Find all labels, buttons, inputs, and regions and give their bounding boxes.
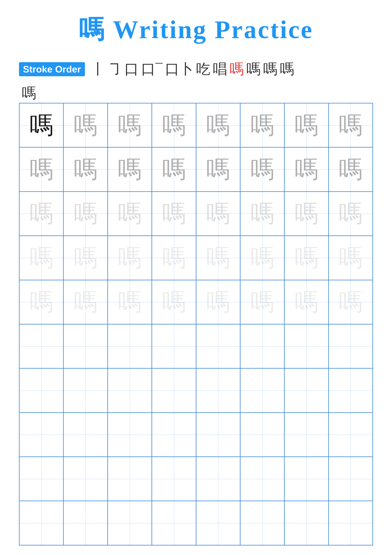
stroke-step-3: 口 (124, 59, 139, 79)
grid-cell[interactable] (19, 457, 64, 501)
grid-cell[interactable] (240, 501, 284, 545)
grid-cell[interactable] (19, 501, 64, 545)
grid-cell[interactable] (196, 457, 240, 501)
grid-cell: 嗎 (196, 147, 240, 191)
grid-cell: 嗎 (64, 192, 107, 236)
grid-cell[interactable] (64, 368, 107, 412)
grid-cell: 嗎 (196, 192, 240, 236)
grid-cell: 嗎 (284, 147, 328, 191)
grid-cell: 嗎 (152, 280, 196, 324)
grid-cell: 嗎 (328, 103, 373, 147)
grid-cell[interactable] (64, 501, 107, 545)
grid-cell[interactable] (19, 413, 64, 457)
grid-row-5: 嗎 嗎 嗎 嗎 嗎 嗎 嗎 嗎 (19, 280, 373, 324)
grid-cell[interactable] (196, 368, 240, 412)
grid-row-9 (19, 457, 373, 501)
grid-cell[interactable] (328, 501, 373, 545)
stroke-step-2: ㇆ (108, 59, 122, 79)
grid-cell: 嗎 (19, 147, 64, 191)
grid-cell[interactable] (240, 324, 284, 368)
grid-cell: 嗎 (196, 236, 240, 280)
grid-cell[interactable] (328, 457, 373, 501)
grid-cell[interactable] (240, 457, 284, 501)
grid-cell: 嗎 (240, 147, 284, 191)
grid-cell[interactable] (328, 368, 373, 412)
grid-cell[interactable] (19, 324, 64, 368)
grid-cell: 嗎 (152, 103, 196, 147)
grid-row-6 (19, 324, 373, 368)
grid-cell[interactable] (328, 413, 373, 457)
grid-cell: 嗎 (152, 192, 196, 236)
grid-cell: 嗎 (19, 192, 64, 236)
grid-cell: 嗎 (328, 192, 373, 236)
grid-cell: 嗎 (108, 280, 152, 324)
grid-cell[interactable] (108, 368, 152, 412)
grid-cell: 嗎 (108, 236, 152, 280)
stroke-step-7: 唱 (213, 59, 227, 79)
grid-cell[interactable] (64, 324, 107, 368)
grid-cell[interactable] (284, 501, 328, 545)
grid-cell: 嗎 (328, 280, 373, 324)
grid-cell[interactable] (64, 457, 107, 501)
grid-row-2: 嗎 嗎 嗎 嗎 嗎 嗎 嗎 嗎 (19, 147, 373, 191)
grid-cell[interactable] (152, 501, 196, 545)
grid-cell: 嗎 (152, 147, 196, 191)
grid-cell[interactable] (196, 501, 240, 545)
grid-cell[interactable] (284, 413, 328, 457)
footer: https://www.strokeorder.com/chinese/嗎 字 … (19, 546, 373, 555)
grid-cell[interactable] (196, 413, 240, 457)
grid-cell: 嗎 (196, 103, 240, 147)
grid-cell[interactable] (284, 368, 328, 412)
grid-cell: 嗎 (19, 236, 64, 280)
grid-cell: 嗎 (328, 147, 373, 191)
grid-cell: 嗎 (240, 236, 284, 280)
grid-cell: 嗎 (284, 236, 328, 280)
grid-cell[interactable] (196, 324, 240, 368)
grid-row-10 (19, 501, 373, 545)
stroke-order-section: Stroke Order 丨 ㇆ 口 口¯ 口卜 吃 唱 嗎 嗎 嗎 嗎 (19, 59, 373, 79)
page: 嗎 Writing Practice Stroke Order 丨 ㇆ 口 口¯… (0, 0, 392, 555)
grid-cell: 嗎 (64, 280, 107, 324)
grid-cell: 嗎 (284, 103, 328, 147)
grid-cell[interactable] (108, 501, 152, 545)
grid-cell: 嗎 (19, 280, 64, 324)
grid-cell[interactable] (108, 324, 152, 368)
stroke-step-9: 嗎 (246, 59, 261, 79)
grid-cell[interactable] (284, 457, 328, 501)
grid-cell[interactable] (240, 413, 284, 457)
stroke-step-8: 嗎 (230, 59, 244, 79)
grid-cell[interactable] (328, 324, 373, 368)
grid-cell: 嗎 (108, 192, 152, 236)
grid-cell[interactable] (108, 413, 152, 457)
stroke-final-char-line: 嗎 (19, 84, 373, 103)
grid-cell: 嗎 (284, 192, 328, 236)
grid-cell[interactable] (284, 324, 328, 368)
grid-cell[interactable] (19, 368, 64, 412)
grid-cell[interactable] (108, 457, 152, 501)
grid-cell[interactable] (152, 457, 196, 501)
grid-cell[interactable] (240, 368, 284, 412)
grid-cell[interactable] (152, 413, 196, 457)
grid-cell[interactable] (152, 324, 196, 368)
stroke-order-label: Stroke Order (19, 62, 85, 76)
grid-row-3: 嗎 嗎 嗎 嗎 嗎 嗎 嗎 嗎 (19, 192, 373, 236)
grid-cell: 嗎 (328, 236, 373, 280)
grid-cell: 嗎 (240, 192, 284, 236)
grid-cell: 嗎 (64, 236, 107, 280)
grid-cell[interactable] (64, 413, 107, 457)
writing-grid: 嗎 嗎 嗎 嗎 嗎 嗎 嗎 嗎 嗎 嗎 嗎 嗎 嗎 嗎 嗎 嗎 嗎 嗎 嗎 嗎 … (19, 103, 373, 546)
grid-cell: 嗎 (152, 236, 196, 280)
stroke-step-4: 口¯ (141, 59, 163, 79)
stroke-step-11: 嗎 (280, 59, 294, 79)
stroke-step-6: 吃 (196, 59, 210, 79)
stroke-step-10: 嗎 (263, 59, 277, 79)
stroke-final-char: 嗎 (22, 84, 372, 103)
grid-row-4: 嗎 嗎 嗎 嗎 嗎 嗎 嗎 嗎 (19, 236, 373, 280)
grid-cell: 嗎 (64, 103, 107, 147)
grid-row-1: 嗎 嗎 嗎 嗎 嗎 嗎 嗎 嗎 (19, 103, 373, 147)
stroke-step-5: 口卜 (165, 59, 193, 79)
grid-cell: 嗎 (108, 147, 152, 191)
grid-cell: 嗎 (64, 147, 107, 191)
grid-cell[interactable] (152, 368, 196, 412)
grid-cell: 嗎 (108, 103, 152, 147)
